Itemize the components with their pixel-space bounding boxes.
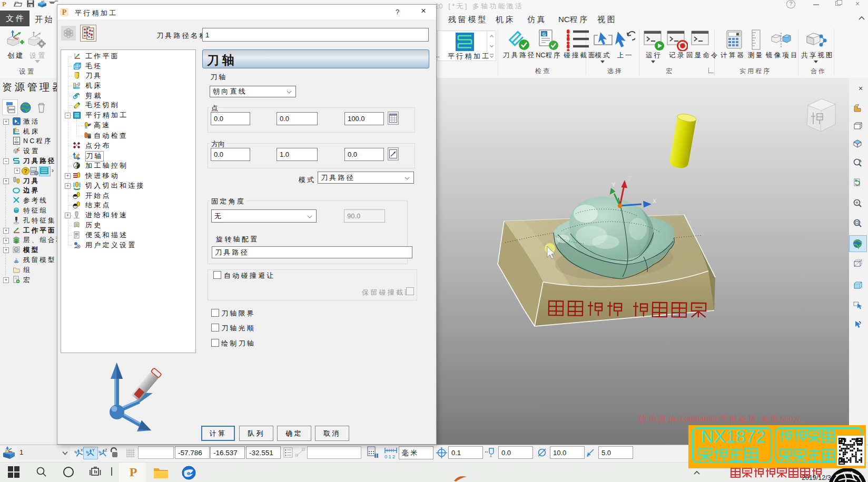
svg-text:Y: Y (92, 448, 95, 452)
svg-text:P: P (130, 465, 137, 479)
svg-text:0 1 2: 0 1 2 (384, 454, 395, 459)
svg-text:Y: Y (611, 182, 616, 188)
svg-text:?: ? (24, 168, 27, 174)
svg-text:G: G (542, 32, 546, 37)
svg-text:X: X (81, 448, 83, 452)
svg-text:P: P (62, 8, 67, 16)
svg-text:X: X (653, 198, 657, 204)
svg-text:P: P (2, 0, 6, 7)
svg-text:e: e (187, 470, 190, 476)
svg-text:Z: Z (105, 448, 107, 452)
svg-text:防伪微信334864699 举报盗版 奖励500元: 防伪微信334864699 举报盗版 奖励500元 (639, 414, 803, 423)
svg-text:G: G (15, 137, 17, 141)
svg-text:Z: Z (628, 175, 632, 182)
